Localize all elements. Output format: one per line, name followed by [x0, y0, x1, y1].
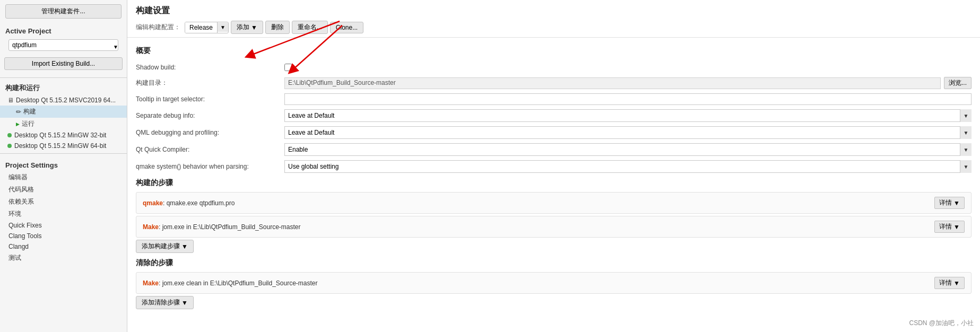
tooltip-value [284, 93, 972, 105]
detail-label: 详情 [939, 222, 952, 231]
active-project-select[interactable]: qtpdfium [8, 39, 118, 51]
build-step-qmake-text: qmake: qmake.exe qtpdfium.pro [143, 199, 934, 207]
sidebar-divider-2 [0, 153, 127, 154]
qml-debug-row: QML debugging and profiling: Leave at De… [136, 124, 972, 141]
qmake-behavior-select[interactable]: Use global setting [284, 160, 972, 173]
sidebar-item-mingw32[interactable]: Desktop Qt 5.15.2 MinGW 32-bit [0, 130, 127, 141]
build-icon: ✏ [16, 108, 21, 116]
build-steps-section-title: 构建的步骤 [136, 178, 972, 188]
chevron-down-icon: ▼ [953, 279, 960, 287]
main-content: 构建设置 编辑构建配置： Release ▼ 添加 ▼ 删除 重命名... Cl… [127, 0, 980, 332]
settings-item-test[interactable]: 测试 [0, 252, 127, 264]
settings-item-quick-fixes[interactable]: Quick Fixes [0, 220, 127, 231]
page-title: 构建设置 [136, 5, 972, 16]
qmake-behavior-value: Use global setting ▼ [284, 160, 972, 173]
clean-step-make-text: Make: jom.exe clean in E:\Lib\QtPdfium_B… [143, 279, 934, 287]
chevron-down-icon: ▼ [181, 243, 188, 250]
shadow-build-value [284, 64, 972, 71]
dot-green-icon [7, 133, 12, 137]
qt-quick-select-wrapper: Enable ▼ [284, 143, 972, 156]
build-step-qmake-detail: : qmake.exe qtpdfium.pro [163, 199, 235, 207]
sidebar-item-label: Desktop Qt 5.15.2 MinGW 32-bit [14, 132, 106, 139]
settings-item-clang-tools[interactable]: Clang Tools [0, 231, 127, 241]
qml-debug-select[interactable]: Leave at Default [284, 126, 972, 139]
monitor-icon: 🖥 [7, 97, 14, 104]
sidebar-item-label: Desktop Qt 5.15.2 MinGW 64-bit [14, 142, 106, 150]
toolbar-label: 编辑构建配置： [136, 23, 180, 32]
make-detail-button[interactable]: 详情 ▼ [934, 221, 965, 233]
add-build-step-button[interactable]: 添加构建步骤 ▼ [136, 240, 194, 253]
add-clean-step-button[interactable]: 添加清除步骤 ▼ [136, 296, 194, 309]
build-dir-row: 构建目录： E:\Lib\QtPdfium_Build_Source-maste… [136, 75, 972, 91]
shadow-build-row: Shadow build: [136, 60, 972, 75]
sidebar-item-mingw64[interactable]: Desktop Qt 5.15.2 MinGW 64-bit [0, 141, 127, 151]
sidebar-item-label: Desktop Qt 5.15.2 MSVC2019 64... [16, 97, 116, 104]
build-dir-path: E:\Lib\QtPdfium_Build_Source-master [284, 77, 941, 89]
add-dropdown-arrow: ▼ [251, 24, 257, 31]
sidebar-divider [0, 77, 127, 78]
add-button-label: 添加 [237, 23, 249, 32]
qmake-behavior-row: qmake system() behavior when parsing: Us… [136, 158, 972, 175]
clean-steps-section-title: 清除的步骤 [136, 258, 972, 268]
project-settings-title: Project Settings [0, 156, 127, 171]
build-dir-value: E:\Lib\QtPdfium_Build_Source-master 浏览..… [284, 77, 972, 89]
detail-label: 详情 [939, 198, 952, 207]
settings-item-env[interactable]: 环境 [0, 208, 127, 220]
settings-item-editor[interactable]: 编辑器 [0, 171, 127, 184]
detail-label: 详情 [939, 278, 952, 287]
chevron-down-icon: ▼ [181, 299, 188, 307]
add-button[interactable]: 添加 ▼ [231, 21, 263, 34]
clean-step-make-detail: : jom.exe clean in E:\Lib\QtPdfium_Build… [159, 279, 317, 287]
settings-item-dependencies[interactable]: 依赖关系 [0, 196, 127, 208]
dot-green-icon [7, 144, 12, 148]
rename-button[interactable]: 重命名... [292, 21, 328, 34]
manage-kits-button[interactable]: 管理构建套件... [5, 4, 122, 19]
clean-step-make: Make: jom.exe clean in E:\Lib\QtPdfium_B… [136, 272, 972, 294]
tooltip-input[interactable] [284, 93, 972, 105]
tooltip-row: Tooltip in target selector: [136, 91, 972, 107]
sidebar-item-desktop-qt-msvc[interactable]: 🖥 Desktop Qt 5.15.2 MSVC2019 64... [0, 95, 127, 106]
qml-debug-label: QML debugging and profiling: [136, 129, 284, 136]
separate-debug-label: Separate debug info: [136, 112, 284, 119]
qmake-behavior-select-wrapper: Use global setting ▼ [284, 160, 972, 173]
delete-button-label: 删除 [271, 23, 284, 32]
sidebar-item-label: 运行 [22, 119, 34, 128]
config-dropdown-arrow[interactable]: ▼ [218, 23, 228, 32]
add-clean-step-label: 添加清除步骤 [142, 298, 180, 307]
import-existing-build-button[interactable]: Import Existing Build... [4, 57, 123, 70]
chevron-down-icon: ▼ [953, 199, 960, 207]
browse-button[interactable]: 浏览... [944, 77, 972, 89]
qmake-behavior-label: qmake system() behavior when parsing: [136, 163, 284, 170]
shadow-build-label: Shadow build: [136, 64, 284, 71]
watermark: CSDN @加油吧，小社 [909, 319, 974, 328]
sidebar-item-run[interactable]: ▶ 运行 [0, 118, 127, 130]
sidebar: 管理构建套件... Active Project qtpdfium ▼ Impo… [0, 0, 127, 332]
add-build-step-label: 添加构建步骤 [142, 242, 180, 251]
rename-button-label: 重命名... [298, 23, 322, 32]
main-header: 构建设置 编辑构建配置： Release ▼ 添加 ▼ 删除 重命名... Cl… [127, 0, 980, 38]
settings-item-clangd[interactable]: Clangd [0, 241, 127, 252]
separate-debug-select-wrapper: Leave at Default ▼ [284, 109, 972, 122]
separate-debug-value: Leave at Default ▼ [284, 109, 972, 122]
shadow-build-checkbox[interactable] [284, 64, 292, 71]
content-body: 概要 Shadow build: 构建目录： E:\Lib\QtPdfium_B… [127, 38, 980, 332]
build-step-make-detail: : jom.exe in E:\Lib\QtPdfium_Build_Sourc… [159, 223, 300, 231]
settings-item-code-style[interactable]: 代码风格 [0, 184, 127, 196]
chevron-down-icon: ▼ [953, 223, 960, 231]
qt-quick-label: Qt Quick Compiler: [136, 146, 284, 153]
tooltip-label: Tooltip in target selector: [136, 95, 284, 103]
separate-debug-row: Separate debug info: Leave at Default ▼ [136, 107, 972, 124]
toolbar-row: 编辑构建配置： Release ▼ 添加 ▼ 删除 重命名... Clone..… [136, 21, 972, 34]
clean-make-detail-button[interactable]: 详情 ▼ [934, 277, 965, 289]
build-dir-label: 构建目录： [136, 78, 284, 88]
delete-button[interactable]: 删除 [265, 21, 290, 34]
run-icon: ▶ [16, 121, 20, 127]
sidebar-item-build[interactable]: ✏ 构建 [0, 106, 127, 118]
qt-quick-select[interactable]: Enable [284, 143, 972, 156]
build-run-section-title: 构建和运行 [0, 80, 127, 95]
separate-debug-select[interactable]: Leave at Default [284, 109, 972, 122]
qmake-detail-button[interactable]: 详情 ▼ [934, 197, 965, 209]
active-project-label: Active Project [0, 23, 127, 37]
clone-button[interactable]: Clone... [330, 22, 363, 33]
config-dropdown[interactable]: Release ▼ [185, 22, 229, 33]
